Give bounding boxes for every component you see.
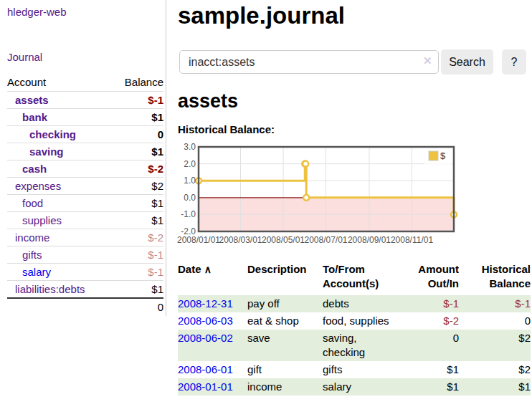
register-date-cell: 2008-06-02 bbox=[178, 330, 247, 361]
sidebar-account-row: food$1 bbox=[7, 195, 163, 212]
register-header-row: Date ∧ Description To/From Account(s) Am… bbox=[178, 260, 531, 295]
sidebar-item-journal[interactable]: Journal bbox=[7, 51, 42, 63]
register-table: Date ∧ Description To/From Account(s) Am… bbox=[178, 260, 531, 396]
sidebar-account-link[interactable]: expenses bbox=[15, 180, 61, 192]
register-amount-cell: 0 bbox=[402, 330, 459, 361]
sidebar-accounts-body: assets$-1bank$1checking0saving$1cash$-2e… bbox=[7, 92, 163, 299]
register-row[interactable]: 2008-01-01incomesalary$1$1 bbox=[178, 378, 531, 396]
sidebar-account-row: income$-2 bbox=[7, 229, 163, 246]
transaction-date-link[interactable]: 2008-06-02 bbox=[178, 332, 233, 344]
sidebar-balance-column-header: Balance bbox=[111, 74, 163, 92]
sidebar-account-link[interactable]: gifts bbox=[22, 249, 42, 261]
chart-label: Historical Balance: bbox=[178, 123, 275, 135]
register-amount-cell: $-1 bbox=[402, 295, 459, 312]
sidebar-account-link[interactable]: liabilities:debts bbox=[15, 283, 85, 295]
chart-svg: $3.02.01.00.0-1.0-2.02008/01/012008/03/0… bbox=[172, 143, 460, 247]
sidebar-account-balance: $-2 bbox=[111, 229, 163, 246]
sidebar-total-row: 0 bbox=[7, 298, 163, 315]
register-date-cell: 2008-06-03 bbox=[178, 312, 247, 330]
svg-text:2008/01/01: 2008/01/01 bbox=[177, 235, 220, 245]
column-header-date[interactable]: Date ∧ bbox=[178, 260, 247, 295]
page-title: sample.journal bbox=[178, 4, 345, 27]
register-row[interactable]: 2008-06-03eat & shopfood, supplies$-20 bbox=[178, 312, 531, 330]
sidebar-account-balance: $1 bbox=[111, 281, 163, 299]
sidebar-account-link[interactable]: assets bbox=[15, 94, 49, 106]
sidebar-account-row: saving$1 bbox=[7, 143, 163, 160]
register-row[interactable]: 2008-06-01giftgifts$1$2 bbox=[178, 361, 531, 378]
sidebar: hledger-web Journal Account Balance asse… bbox=[0, 0, 166, 316]
svg-text:2008/07/01: 2008/07/01 bbox=[304, 235, 347, 245]
sidebar-account-row: bank$1 bbox=[7, 109, 163, 126]
sidebar-account-balance: $2 bbox=[111, 178, 163, 195]
svg-text:2008/11/01: 2008/11/01 bbox=[391, 235, 433, 245]
register-balance-cell: $1 bbox=[459, 378, 531, 396]
sidebar-account-row: supplies$1 bbox=[7, 212, 163, 229]
svg-text:2008/03/01: 2008/03/01 bbox=[219, 235, 262, 245]
register-balance-cell: $2 bbox=[459, 330, 531, 361]
register-row[interactable]: 2008-12-31pay offdebts$-1$-1 bbox=[178, 295, 531, 312]
sidebar-account-row: assets$-1 bbox=[7, 92, 163, 109]
register-balance-cell: 0 bbox=[459, 312, 531, 330]
register-date-cell: 2008-12-31 bbox=[178, 295, 247, 312]
register-description-cell: eat & shop bbox=[247, 312, 323, 330]
sidebar-account-link[interactable]: bank bbox=[22, 111, 47, 123]
transaction-date-link[interactable]: 2008-06-03 bbox=[178, 315, 233, 327]
register-date-cell: 2008-01-01 bbox=[178, 378, 247, 396]
sidebar-account-balance: $1 bbox=[111, 143, 163, 160]
svg-text:2.0: 2.0 bbox=[184, 159, 196, 169]
svg-text:3.0: 3.0 bbox=[184, 143, 196, 152]
sidebar-account-link[interactable]: food bbox=[22, 197, 43, 209]
register-accounts-cell: saving, checking bbox=[323, 330, 402, 361]
register-balance-cell: $-1 bbox=[459, 295, 531, 312]
sidebar-accounts-table: Account Balance assets$-1bank$1checking0… bbox=[7, 74, 163, 315]
sidebar-total-balance: 0 bbox=[111, 298, 163, 315]
sidebar-account-balance: $1 bbox=[111, 195, 163, 212]
sidebar-account-row: cash$-2 bbox=[7, 160, 163, 178]
transaction-date-link[interactable]: 2008-01-01 bbox=[178, 380, 233, 393]
column-header-description: Description bbox=[247, 260, 323, 295]
svg-text:0.0: 0.0 bbox=[184, 193, 196, 203]
sidebar-account-balance: $-2 bbox=[111, 160, 163, 178]
register-row[interactable]: 2008-06-02savesaving, checking0$2 bbox=[178, 330, 531, 361]
sidebar-account-link[interactable]: checking bbox=[29, 128, 76, 140]
register-description-cell: income bbox=[247, 378, 323, 396]
sidebar-account-balance: $-1 bbox=[111, 264, 163, 281]
register-description-cell: save bbox=[247, 330, 323, 361]
sidebar-account-link[interactable]: supplies bbox=[22, 214, 62, 226]
register-amount-cell: $1 bbox=[402, 361, 459, 378]
register-accounts-cell: food, supplies bbox=[323, 312, 402, 330]
register-date-cell: 2008-06-01 bbox=[178, 361, 247, 378]
sidebar-account-link[interactable]: saving bbox=[29, 145, 64, 158]
search-input[interactable] bbox=[179, 50, 439, 74]
svg-text:2008/05/01: 2008/05/01 bbox=[262, 235, 305, 245]
app-title-link[interactable]: hledger-web bbox=[7, 6, 67, 18]
register-accounts-cell: gifts bbox=[323, 361, 402, 378]
search-button[interactable]: Search bbox=[441, 49, 493, 75]
clear-search-icon[interactable]: ✕ bbox=[423, 55, 432, 66]
column-header-amount: Amount Out/In bbox=[402, 260, 459, 295]
historical-balance-chart[interactable]: $3.02.01.00.0-1.0-2.02008/01/012008/03/0… bbox=[172, 143, 460, 247]
register-description-cell: pay off bbox=[247, 295, 323, 312]
sidebar-account-row: gifts$-1 bbox=[7, 246, 163, 264]
register-amount-cell: $-2 bbox=[402, 312, 459, 330]
sidebar-accounts-header-row: Account Balance bbox=[7, 74, 163, 92]
sidebar-account-balance: $1 bbox=[111, 212, 163, 229]
sort-ascending-icon: ∧ bbox=[204, 264, 212, 275]
svg-text:-1.0: -1.0 bbox=[181, 209, 196, 219]
register-body: 2008-12-31pay offdebts$-1$-12008-06-03ea… bbox=[178, 295, 531, 396]
transaction-date-link[interactable]: 2008-06-01 bbox=[178, 363, 233, 375]
sidebar-account-balance: $-1 bbox=[111, 246, 163, 264]
help-button[interactable]: ? bbox=[502, 49, 526, 75]
register-amount-cell: $1 bbox=[402, 378, 459, 396]
sidebar-account-link[interactable]: income bbox=[15, 231, 49, 244]
sidebar-account-link[interactable]: cash bbox=[22, 163, 47, 175]
account-page-title: assets bbox=[178, 92, 238, 111]
sidebar-account-balance: $1 bbox=[111, 109, 163, 126]
sidebar-account-link[interactable]: salary bbox=[22, 266, 51, 278]
column-header-accounts: To/From Account(s) bbox=[323, 260, 402, 295]
register-description-cell: gift bbox=[247, 361, 323, 378]
register-accounts-cell: debts bbox=[323, 295, 402, 312]
transaction-date-link[interactable]: 2008-12-31 bbox=[178, 297, 233, 310]
sidebar-account-row: expenses$2 bbox=[7, 178, 163, 195]
chart-legend-label: $ bbox=[440, 150, 446, 161]
